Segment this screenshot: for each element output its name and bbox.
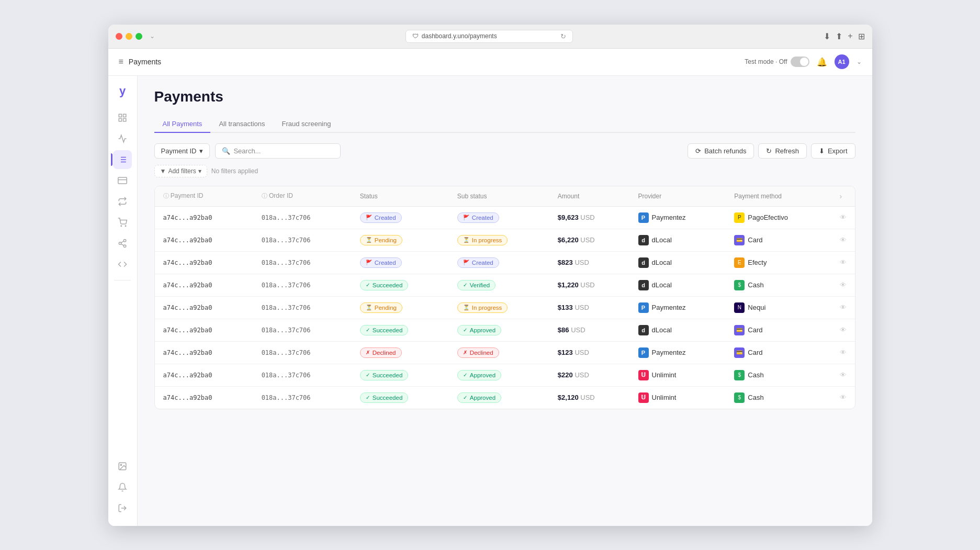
tab-all-payments[interactable]: All Payments [154,116,211,133]
cell-eye[interactable]: 👁 [831,296,855,319]
provider-name: Paymentez [652,214,686,221]
grid-icon[interactable]: ⊞ [858,31,865,41]
provider-icon: d [638,325,649,335]
col-order-id[interactable]: ⓘ Order ID [253,186,352,207]
close-button[interactable] [116,33,122,40]
reload-icon[interactable]: ↻ [560,32,566,40]
cell-eye[interactable]: 👁 [831,319,855,341]
col-sub-status[interactable]: Sub status [449,186,549,207]
cell-eye[interactable]: 👁 [831,274,855,296]
table-row[interactable]: a74c...a92ba0 018a...37c706 ✓ Succeeded … [155,364,855,386]
sidebar-item-logout[interactable] [113,499,132,518]
view-icon[interactable]: 👁 [840,394,847,401]
view-icon[interactable]: 👁 [840,371,847,379]
expand-icon[interactable]: › [840,192,842,200]
traffic-lights [116,33,142,40]
view-icon[interactable]: 👁 [840,236,847,244]
col-status[interactable]: Status [352,186,449,207]
sidebar-item-analytics[interactable] [113,129,132,148]
avatar-chevron-icon[interactable]: ⌄ [857,58,862,65]
tab-all-transactions[interactable]: All transactions [210,116,273,133]
logo[interactable]: y [119,84,126,98]
nav-chevron-icon[interactable]: ⌄ [150,32,155,40]
batch-refunds-button[interactable]: ⟳ Batch refunds [688,143,754,159]
view-icon[interactable]: 👁 [840,259,847,266]
cell-eye[interactable]: 👁 [831,364,855,386]
col-expand[interactable]: › [831,186,855,207]
status-badge-icon: ✓ [366,327,370,333]
refresh-icon: ↻ [766,147,772,155]
new-tab-icon[interactable]: + [848,31,852,41]
cell-eye[interactable]: 👁 [831,251,855,274]
sidebar-item-media[interactable] [113,457,132,476]
filter-chevron-icon: ▾ [198,167,201,175]
notification-icon[interactable]: 🔔 [817,57,827,67]
table-row[interactable]: a74c...a92ba0 018a...37c706 ⏳ Pending ⏳ … [155,296,855,319]
sidebar-item-payments[interactable] [113,150,132,169]
avatar[interactable]: A1 [835,54,849,69]
topbar-right: Test mode · Off 🔔 A1 ⌄ [745,54,861,69]
browser-chrome: ⌄ 🛡 dashboard.y.uno/payments ↻ ⬇ ⬆ + ⊞ [108,25,872,49]
table-row[interactable]: a74c...a92ba0 018a...37c706 ⏳ Pending ⏳ … [155,229,855,251]
view-icon[interactable]: 👁 [840,281,847,289]
menu-icon[interactable]: ≡ [119,57,123,66]
table-row[interactable]: a74c...a92ba0 018a...37c706 ✓ Succeeded … [155,319,855,341]
sidebar-item-code[interactable] [113,255,132,274]
toggle-switch[interactable] [791,57,809,67]
sidebar-item-orders[interactable] [113,213,132,232]
provider-icon: d [638,235,649,245]
share-icon[interactable]: ⬆ [836,31,842,41]
cell-amount: $86 USD [549,319,630,341]
pm-icon: $ [734,392,745,403]
cell-eye[interactable]: 👁 [831,229,855,251]
cell-amount: $123 USD [549,341,630,364]
cell-eye[interactable]: 👁 [831,341,855,364]
sidebar-item-cards[interactable] [113,171,132,190]
view-icon[interactable]: 👁 [840,304,847,311]
col-provider[interactable]: Provider [630,186,726,207]
col-amount[interactable]: Amount [549,186,630,207]
cell-eye[interactable]: 👁 [831,386,855,409]
svg-rect-1 [123,114,126,117]
provider-name: dLocal [652,259,672,266]
svg-rect-10 [118,177,127,184]
view-icon[interactable]: 👁 [840,349,847,356]
tab-fraud-screening[interactable]: Fraud screening [274,116,340,133]
view-icon[interactable]: 👁 [840,326,847,334]
maximize-button[interactable] [136,33,142,40]
cell-amount: $9,623 USD [549,206,630,229]
table-row[interactable]: a74c...a92ba0 018a...37c706 ✗ Declined ✗… [155,341,855,364]
table-row[interactable]: a74c...a92ba0 018a...37c706 ✓ Succeeded … [155,386,855,409]
provider-icon: P [638,347,649,358]
search-box[interactable]: 🔍 Search... [215,143,341,159]
sidebar-item-dashboard[interactable] [113,108,132,127]
col-payment-method[interactable]: Payment method [726,186,831,207]
sidebar-item-transfers[interactable] [113,192,132,211]
top-bar: ≡ Payments Test mode · Off 🔔 A1 ⌄ [108,49,872,76]
table-row[interactable]: a74c...a92ba0 018a...37c706 ✓ Succeeded … [155,274,855,296]
cell-eye[interactable]: 👁 [831,206,855,229]
test-mode-toggle[interactable]: Test mode · Off [745,57,809,67]
export-button[interactable]: ⬇ Export [811,143,855,159]
sidebar-item-notifications[interactable] [113,478,132,497]
payment-id-filter[interactable]: Payment ID ▾ [154,143,210,159]
pm-name: Card [748,349,762,356]
refresh-button[interactable]: ↻ Refresh [758,143,807,159]
address-bar[interactable]: 🛡 dashboard.y.uno/payments ↻ [405,30,573,43]
cell-order-id: 018a...37c706 [253,319,352,341]
table-row[interactable]: a74c...a92ba0 018a...37c706 🚩 Created 🚩 … [155,251,855,274]
download-icon[interactable]: ⬇ [824,31,830,41]
svg-point-20 [120,464,121,465]
table-row[interactable]: a74c...a92ba0 018a...37c706 🚩 Created 🚩 … [155,206,855,229]
sub-status-badge-icon: ✓ [463,327,467,333]
pm-name: Nequi [748,304,765,311]
provider-icon: 𝕌 [638,392,649,403]
view-icon[interactable]: 👁 [840,214,847,221]
toolbar-left: Payment ID ▾ 🔍 Search... [154,143,341,159]
minimize-button[interactable] [126,33,132,40]
add-filters-button[interactable]: ▼ Add filters ▾ [154,165,207,177]
sidebar-divider [114,280,131,280]
status-label: Succeeded [373,372,403,378]
sidebar-item-share[interactable] [113,234,132,253]
col-payment-id[interactable]: ⓘ Payment ID [155,186,253,207]
